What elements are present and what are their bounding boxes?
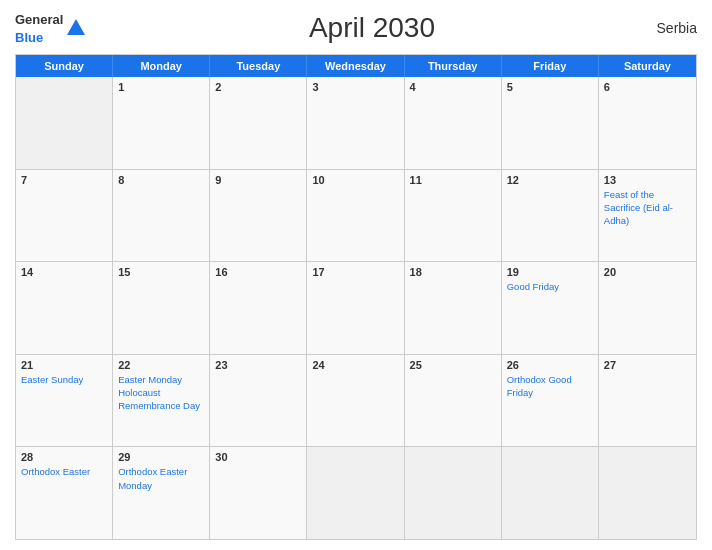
calendar-cell: 26Orthodox Good Friday (502, 355, 599, 447)
holiday-label: Feast of the Sacrifice (Eid al-Adha) (604, 189, 673, 227)
day-number: 14 (21, 266, 107, 278)
day-number: 2 (215, 81, 301, 93)
day-number: 28 (21, 451, 107, 463)
calendar-page: General Blue April 2030 Serbia SundayMon… (0, 0, 712, 550)
header: General Blue April 2030 Serbia (15, 10, 697, 46)
day-number: 26 (507, 359, 593, 371)
calendar-cell (16, 77, 113, 169)
logo-general: General (15, 12, 63, 27)
calendar-body: 12345678910111213Feast of the Sacrifice … (16, 77, 696, 539)
month-title: April 2030 (87, 12, 656, 44)
calendar-cell: 6 (599, 77, 696, 169)
calendar-row: 78910111213Feast of the Sacrifice (Eid a… (16, 170, 696, 263)
holiday-label: Good Friday (507, 281, 559, 292)
day-number: 12 (507, 174, 593, 186)
logo-blue: Blue (15, 30, 43, 45)
calendar-row: 28Orthodox Easter29Orthodox Easter Monda… (16, 447, 696, 539)
calendar-cell: 22Easter Monday Holocaust Remembrance Da… (113, 355, 210, 447)
calendar-cell (405, 447, 502, 539)
day-number: 11 (410, 174, 496, 186)
calendar-cell: 13Feast of the Sacrifice (Eid al-Adha) (599, 170, 696, 262)
calendar-cell: 27 (599, 355, 696, 447)
weekday-header: Thursday (405, 55, 502, 77)
calendar-cell: 5 (502, 77, 599, 169)
calendar-cell (599, 447, 696, 539)
day-number: 7 (21, 174, 107, 186)
day-number: 15 (118, 266, 204, 278)
calendar-cell: 16 (210, 262, 307, 354)
day-number: 21 (21, 359, 107, 371)
day-number: 30 (215, 451, 301, 463)
day-number: 1 (118, 81, 204, 93)
calendar-cell (502, 447, 599, 539)
calendar-cell: 25 (405, 355, 502, 447)
calendar-cell: 7 (16, 170, 113, 262)
country: Serbia (657, 20, 697, 36)
day-number: 18 (410, 266, 496, 278)
calendar-cell: 23 (210, 355, 307, 447)
holiday-label: Orthodox Easter (21, 466, 90, 477)
holiday-label: Orthodox Good Friday (507, 374, 572, 398)
svg-marker-0 (67, 19, 85, 35)
holiday-label: Easter Sunday (21, 374, 83, 385)
calendar-cell: 15 (113, 262, 210, 354)
logo: General Blue (15, 10, 87, 46)
calendar-cell: 3 (307, 77, 404, 169)
calendar-cell: 4 (405, 77, 502, 169)
calendar-cell: 24 (307, 355, 404, 447)
calendar-cell: 1 (113, 77, 210, 169)
calendar: SundayMondayTuesdayWednesdayThursdayFrid… (15, 54, 697, 540)
weekday-header: Monday (113, 55, 210, 77)
holiday-label: Orthodox Easter Monday (118, 466, 187, 490)
day-number: 29 (118, 451, 204, 463)
day-number: 5 (507, 81, 593, 93)
logo-icon (65, 17, 87, 39)
calendar-cell: 12 (502, 170, 599, 262)
calendar-header: SundayMondayTuesdayWednesdayThursdayFrid… (16, 55, 696, 77)
calendar-cell: 10 (307, 170, 404, 262)
calendar-cell: 14 (16, 262, 113, 354)
holiday-label: Easter Monday Holocaust Remembrance Day (118, 374, 200, 412)
day-number: 27 (604, 359, 691, 371)
weekday-header: Wednesday (307, 55, 404, 77)
day-number: 3 (312, 81, 398, 93)
calendar-cell: 29Orthodox Easter Monday (113, 447, 210, 539)
calendar-cell (307, 447, 404, 539)
calendar-cell: 8 (113, 170, 210, 262)
weekday-header: Friday (502, 55, 599, 77)
day-number: 22 (118, 359, 204, 371)
day-number: 6 (604, 81, 691, 93)
calendar-cell: 20 (599, 262, 696, 354)
weekday-header: Sunday (16, 55, 113, 77)
calendar-cell: 18 (405, 262, 502, 354)
calendar-cell: 2 (210, 77, 307, 169)
day-number: 8 (118, 174, 204, 186)
day-number: 20 (604, 266, 691, 278)
day-number: 4 (410, 81, 496, 93)
calendar-cell: 19Good Friday (502, 262, 599, 354)
calendar-cell: 21Easter Sunday (16, 355, 113, 447)
day-number: 25 (410, 359, 496, 371)
calendar-cell: 17 (307, 262, 404, 354)
weekday-header: Tuesday (210, 55, 307, 77)
day-number: 13 (604, 174, 691, 186)
calendar-cell: 30 (210, 447, 307, 539)
calendar-cell: 9 (210, 170, 307, 262)
weekday-header: Saturday (599, 55, 696, 77)
calendar-row: 141516171819Good Friday20 (16, 262, 696, 355)
calendar-cell: 28Orthodox Easter (16, 447, 113, 539)
calendar-cell: 11 (405, 170, 502, 262)
day-number: 23 (215, 359, 301, 371)
day-number: 16 (215, 266, 301, 278)
calendar-row: 21Easter Sunday22Easter Monday Holocaust… (16, 355, 696, 448)
day-number: 24 (312, 359, 398, 371)
calendar-row: 123456 (16, 77, 696, 170)
day-number: 9 (215, 174, 301, 186)
day-number: 10 (312, 174, 398, 186)
day-number: 17 (312, 266, 398, 278)
day-number: 19 (507, 266, 593, 278)
